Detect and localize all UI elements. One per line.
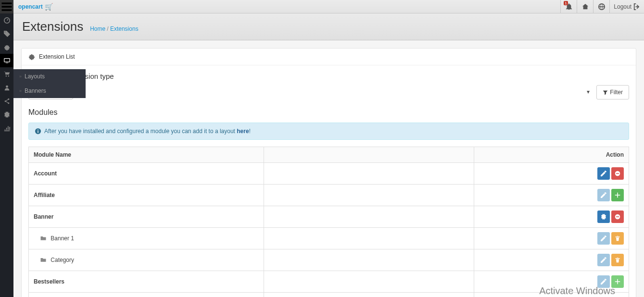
notification-badge: 1	[564, 1, 568, 5]
cog-icon	[4, 111, 10, 118]
globe-icon	[598, 3, 605, 10]
add-button[interactable]	[597, 210, 610, 223]
puzzle-icon	[28, 53, 35, 60]
side-nav	[0, 13, 13, 297]
trash-icon	[615, 257, 620, 263]
filter-icon	[603, 90, 608, 95]
nav-system[interactable]	[0, 108, 13, 121]
nav-catalog[interactable]	[0, 27, 13, 40]
module-name-cell: Banner	[29, 206, 264, 228]
user-icon	[4, 85, 10, 91]
signout-icon	[633, 3, 640, 10]
module-name-cell: Bestsellers	[29, 271, 264, 293]
table-row: Bestsellers	[29, 271, 629, 293]
choose-type-label: Choose the extension type	[28, 72, 629, 80]
edit-button[interactable]	[597, 254, 610, 266]
top-bar: opencart 🛒 1 Logout	[0, 0, 644, 13]
module-name-cell: Category	[29, 249, 264, 271]
store-button[interactable]	[593, 0, 609, 13]
module-name-cell: Carousel	[29, 293, 264, 297]
content-area: Extensions Home / Extensions Extension L…	[13, 13, 644, 297]
cart-icon: 🛒	[45, 3, 53, 11]
nav-customers[interactable]	[0, 81, 13, 94]
action-cell	[474, 206, 629, 228]
chevron-right-icon: »	[19, 74, 22, 79]
edit-button[interactable]	[597, 232, 610, 245]
table-row: Carousel	[29, 293, 629, 297]
nav-design[interactable]	[0, 54, 13, 67]
crumb-extensions[interactable]: Extensions	[110, 25, 139, 32]
info-alert: After you have installed and configured …	[28, 123, 629, 140]
pencil-icon	[601, 235, 606, 241]
module-name-cell: Account	[29, 163, 264, 185]
pencil-icon	[601, 257, 606, 263]
pencil-icon	[601, 279, 606, 285]
pencil-icon	[601, 171, 606, 176]
edit-button[interactable]	[597, 189, 610, 201]
extension-list-panel: Extension List Choose the extension type…	[21, 48, 636, 297]
action-cell	[474, 163, 629, 185]
table-row: Account	[29, 163, 629, 185]
cart-icon	[4, 71, 10, 77]
nav-dashboard[interactable]	[0, 13, 13, 27]
submenu-banners[interactable]: »Banners	[13, 84, 86, 98]
chevron-right-icon: »	[19, 88, 22, 93]
puzzle-icon	[4, 44, 10, 50]
menu-toggle-button[interactable]	[0, 0, 13, 13]
breadcrumb: Home / Extensions	[90, 25, 138, 32]
delete-button[interactable]	[611, 232, 624, 245]
delete-button[interactable]	[611, 254, 624, 266]
logout-label: Logout	[614, 3, 631, 10]
filter-button[interactable]: Filter	[596, 85, 629, 99]
plus-icon	[615, 279, 620, 285]
table-row: Banner 1	[29, 228, 629, 249]
module-name-cell: Banner 1	[29, 228, 264, 249]
action-cell	[474, 249, 629, 271]
pencil-icon	[601, 192, 606, 198]
edit-button[interactable]	[597, 275, 610, 288]
nav-sales[interactable]	[0, 67, 13, 81]
folder-icon	[40, 257, 46, 262]
brand-logo[interactable]: opencart 🛒	[18, 3, 53, 11]
minus-icon	[615, 171, 620, 176]
display-icon	[4, 58, 10, 64]
nav-extensions[interactable]	[0, 40, 13, 54]
nav-reports[interactable]	[0, 121, 13, 135]
home-icon	[582, 3, 589, 10]
install-button[interactable]	[611, 275, 624, 288]
folder-icon	[40, 235, 46, 241]
crumb-home[interactable]: Home	[90, 25, 105, 32]
plus-icon	[615, 192, 620, 198]
uninstall-button[interactable]	[611, 210, 624, 223]
uninstall-button[interactable]	[611, 167, 624, 180]
action-cell	[474, 293, 629, 297]
chart-icon	[4, 125, 10, 131]
nav-marketing[interactable]	[0, 94, 13, 108]
tag-icon	[4, 31, 10, 37]
page-header: Extensions Home / Extensions	[13, 13, 644, 40]
design-submenu: »Layouts »Banners	[13, 69, 86, 98]
layout-here-link[interactable]: here	[237, 128, 249, 135]
home-button[interactable]	[577, 0, 593, 13]
edit-button[interactable]	[597, 167, 610, 180]
action-cell	[474, 185, 629, 206]
minus-icon	[615, 214, 620, 220]
submenu-layouts[interactable]: »Layouts	[13, 69, 86, 84]
logout-button[interactable]: Logout	[609, 0, 644, 13]
install-button[interactable]	[611, 189, 624, 201]
action-cell	[474, 228, 629, 249]
info-icon	[35, 128, 41, 135]
table-row: Affiliate	[29, 185, 629, 206]
action-cell	[474, 271, 629, 293]
modules-table: Module Name Action AccountAffiliateBanne…	[28, 147, 629, 297]
modules-title: Modules	[22, 108, 636, 123]
brand-text: opencart	[18, 3, 43, 10]
th-action: Action	[474, 147, 629, 163]
panel-title: Extension List	[22, 49, 636, 65]
share-icon	[4, 98, 10, 104]
th-module-name: Module Name	[29, 147, 264, 163]
table-row: Banner	[29, 206, 629, 228]
trash-icon	[615, 235, 620, 241]
notifications-button[interactable]: 1	[560, 0, 577, 13]
dashboard-icon	[4, 17, 10, 24]
